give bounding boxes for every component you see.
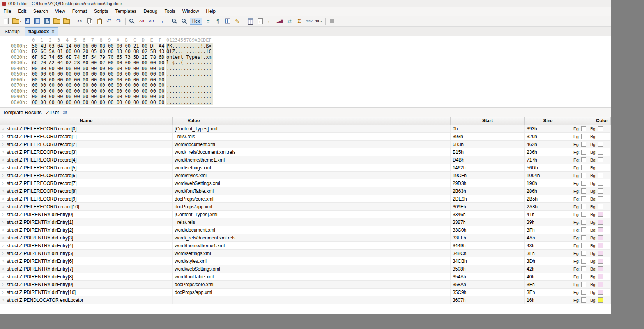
expand-arrow-icon[interactable]: ▷: [2, 189, 4, 193]
bg-color-swatch[interactable]: [598, 173, 603, 178]
fg-color-swatch[interactable]: [581, 227, 586, 232]
bg-color-swatch[interactable]: [598, 142, 603, 147]
replace-in-files-icon[interactable]: [179, 17, 189, 26]
new-file-icon[interactable]: [1, 17, 11, 26]
template-row[interactable]: ▷struct ZIPFILERECORD record[0][Content_…: [0, 125, 611, 133]
expand-arrow-icon[interactable]: ▷: [2, 236, 4, 239]
bg-color-swatch[interactable]: [598, 282, 603, 287]
find-icon[interactable]: [127, 17, 137, 26]
hex-bytes[interactable]: 00 00 00 00 00 00 00 00 00 00 00 00 00 0…: [31, 83, 165, 88]
menu-window[interactable]: Window: [179, 7, 203, 15]
expand-arrow-icon[interactable]: ▷: [2, 298, 4, 302]
template-row[interactable]: ▷struct ZIPDIRENTRY dirEntry[6]word/styl…: [0, 257, 611, 265]
column-header-start[interactable]: Start: [451, 117, 525, 125]
bg-color-swatch[interactable]: [598, 126, 603, 131]
expand-arrow-icon[interactable]: ▷: [2, 228, 4, 232]
bg-color-swatch[interactable]: [598, 251, 603, 256]
expand-arrow-icon[interactable]: ▷: [2, 158, 4, 162]
column-mode-icon[interactable]: [223, 17, 232, 26]
open-file-caret-icon[interactable]: ▾: [19, 17, 23, 26]
template-row[interactable]: ▷struct ZIPDIRENTRY dirEntry[7]word/webS…: [0, 265, 611, 273]
bg-color-swatch[interactable]: [598, 290, 603, 295]
template-row[interactable]: ▷struct ZIPFILERECORD record[8]word/font…: [0, 187, 611, 195]
fg-color-swatch[interactable]: [581, 251, 586, 256]
expand-arrow-icon[interactable]: ▷: [2, 205, 4, 208]
tab-startup[interactable]: Startup: [0, 27, 25, 36]
hex-row[interactable]: 0010h:D2 6C 5A 01 00 00 20 05 00 00 13 0…: [11, 49, 611, 55]
save-icon[interactable]: [23, 17, 32, 26]
expand-arrow-icon[interactable]: ▷: [2, 143, 4, 146]
hex-ascii[interactable]: ................: [166, 77, 213, 83]
tab-close-icon[interactable]: ×: [51, 29, 54, 34]
fg-color-swatch[interactable]: [581, 165, 586, 170]
template-row[interactable]: ▷struct ZIPDIRENTRY dirEntry[10]docProps…: [0, 289, 611, 296]
redo-icon[interactable]: ↷: [114, 17, 124, 26]
hex-row[interactable]: 0000h:50 4B 03 04 14 00 06 00 08 00 00 0…: [11, 43, 611, 49]
hex-row[interactable]: 0090h:00 00 00 00 00 00 00 00 00 00 00 0…: [11, 94, 611, 100]
hex-bytes[interactable]: 6C 20 A2 04 02 28 A0 00 02 00 00 00 00 0…: [31, 60, 165, 66]
menu-format[interactable]: Format: [69, 7, 90, 15]
hex-bytes[interactable]: 00 00 00 00 00 00 00 00 00 00 00 00 00 0…: [31, 88, 165, 94]
hex-row[interactable]: 0040h:00 00 00 00 00 00 00 00 00 00 00 0…: [11, 66, 611, 72]
bg-color-swatch[interactable]: [598, 196, 603, 201]
expand-arrow-icon[interactable]: ▷: [2, 135, 4, 138]
hex-bytes[interactable]: 00 00 00 00 00 00 00 00 00 00 00 00 00 0…: [31, 66, 165, 72]
fg-color-swatch[interactable]: [581, 259, 586, 264]
fg-color-swatch[interactable]: [581, 243, 586, 248]
fg-color-swatch[interactable]: [581, 134, 586, 139]
bg-color-swatch[interactable]: [598, 243, 603, 248]
hex-row[interactable]: 0060h:00 00 00 00 00 00 00 00 00 00 00 0…: [11, 77, 611, 83]
stop-icon[interactable]: [327, 17, 337, 26]
hex-ascii[interactable]: PK..........!.ß¤: [166, 43, 213, 49]
bg-color-swatch[interactable]: [598, 227, 603, 232]
bg-color-swatch[interactable]: [598, 266, 603, 271]
template-row[interactable]: ▷struct ZIPFILERECORD record[4]word/them…: [0, 156, 611, 164]
fg-color-swatch[interactable]: [581, 220, 586, 225]
fg-color-swatch[interactable]: [581, 196, 586, 201]
hex-ascii[interactable]: l ¢..( .........: [166, 60, 213, 66]
bg-color-swatch[interactable]: [598, 212, 603, 217]
base-converter-icon[interactable]: 10₁₆: [314, 17, 324, 26]
template-row[interactable]: ▷struct ZIPFILERECORD record[9]docProps/…: [0, 195, 611, 203]
copy-icon[interactable]: [85, 17, 94, 26]
expand-arrow-icon[interactable]: ▷: [2, 259, 4, 263]
fg-color-swatch[interactable]: [581, 235, 586, 240]
expand-arrow-icon[interactable]: ▷: [2, 275, 4, 278]
template-row[interactable]: ▷struct ZIPDIRENTRY dirEntry[4]word/them…: [0, 242, 611, 250]
expand-arrow-icon[interactable]: ▷: [2, 127, 4, 130]
hex-bytes[interactable]: D2 6C 5A 01 00 00 20 05 00 00 13 00 08 0…: [31, 49, 165, 55]
hex-editor-panel[interactable]: 0 1 2 3 4 5 6 7 8 9 A B C D E F 01234567…: [0, 36, 611, 107]
highlight-icon[interactable]: ✎: [232, 17, 242, 26]
expand-arrow-icon[interactable]: ▷: [2, 267, 4, 271]
hex-bytes[interactable]: 50 4B 03 04 14 00 06 00 08 00 00 00 21 0…: [31, 43, 165, 49]
fg-color-swatch[interactable]: [581, 126, 586, 131]
undo-icon[interactable]: ↶: [104, 17, 114, 26]
goto-address-icon[interactable]: [255, 17, 265, 26]
fg-color-swatch[interactable]: [581, 274, 586, 279]
text-mode-icon[interactable]: ≡: [203, 17, 213, 26]
hex-bytes[interactable]: 00 00 00 00 00 00 00 00 00 00 00 00 00 0…: [31, 77, 165, 83]
bg-color-swatch[interactable]: [598, 259, 603, 264]
hex-ascii[interactable]: ontent_Types].xm: [166, 55, 213, 60]
template-row[interactable]: ▷struct ZIPFILERECORD record[3]word/_rel…: [0, 148, 611, 156]
replace-icon[interactable]: AB: [147, 17, 156, 26]
menu-scripts[interactable]: Scripts: [90, 7, 112, 15]
compare-icon[interactable]: ⇄: [285, 17, 294, 26]
template-row[interactable]: ▷struct ZIPFILERECORD record[1]_rels/.re…: [0, 133, 611, 141]
hex-ascii[interactable]: ................: [166, 88, 213, 94]
template-row[interactable]: ▷struct ZIPFILERECORD record[6]word/styl…: [0, 172, 611, 179]
template-row[interactable]: ▷struct ZIPDIRENTRY dirEntry[9]docProps/…: [0, 281, 611, 289]
hex-ascii[interactable]: ................: [166, 94, 213, 100]
expand-arrow-icon[interactable]: ▷: [2, 220, 4, 224]
bg-color-swatch[interactable]: [598, 188, 603, 194]
save-as-icon[interactable]: [42, 17, 52, 26]
disassembly-mov-icon[interactable]: mov: [304, 17, 314, 26]
find-in-files-icon[interactable]: [170, 17, 179, 26]
find-strings-icon[interactable]: AB: [137, 17, 147, 26]
expand-arrow-icon[interactable]: ▷: [2, 150, 4, 154]
fg-color-swatch[interactable]: [581, 212, 586, 217]
column-header-color[interactable]: Color: [571, 117, 611, 125]
menu-edit[interactable]: Edit: [14, 7, 30, 15]
bg-color-swatch[interactable]: [598, 204, 603, 209]
fg-color-swatch[interactable]: [581, 181, 586, 186]
